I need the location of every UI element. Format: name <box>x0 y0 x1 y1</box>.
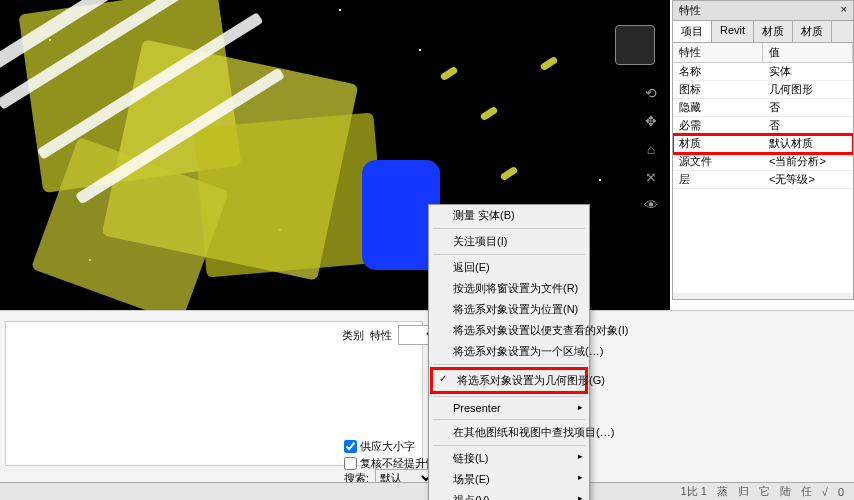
look-icon[interactable]: 👁 <box>640 194 662 216</box>
menu-separator <box>433 445 585 446</box>
special-label: 特性 <box>370 328 392 343</box>
menu-item[interactable]: 将选系对象设置为几何图形(G) <box>430 367 588 394</box>
nav-toolbar: ⟲ ✥ ⌂ ⤧ 👁 <box>640 82 662 216</box>
menu-item[interactable]: 将选系对象设置为位置(N) <box>429 299 589 320</box>
menu-separator <box>433 228 585 229</box>
property-row[interactable]: 名称实体 <box>673 63 853 81</box>
property-row[interactable]: 源文件<当前分析> <box>673 153 853 171</box>
status-item[interactable]: √ <box>822 486 828 498</box>
col-header: 值 <box>763 43 853 62</box>
close-icon[interactable]: × <box>841 3 847 18</box>
zoom-icon[interactable]: ⤧ <box>640 166 662 188</box>
col-header: 特性 <box>673 43 763 62</box>
status-item[interactable]: 0 <box>838 486 844 498</box>
home-icon[interactable]: ⌂ <box>640 138 662 160</box>
context-menu: 测量 实体(B)关注项目(I)返回(E)按选则将窗设置为文件(R)将选系对象设置… <box>428 204 590 500</box>
menu-separator <box>433 419 585 420</box>
properties-tabs: 项目Revit材质材质 <box>673 21 853 43</box>
status-item[interactable]: 归 <box>738 484 749 499</box>
menu-separator <box>433 396 585 397</box>
status-item[interactable]: 陆 <box>780 484 791 499</box>
tab[interactable]: 项目 <box>673 21 712 42</box>
status-item[interactable]: 它 <box>759 484 770 499</box>
menu-item[interactable]: 返回(E) <box>429 257 589 278</box>
menu-separator <box>433 254 585 255</box>
property-row[interactable]: 必需否 <box>673 117 853 135</box>
checkbox-1[interactable] <box>344 440 357 453</box>
properties-body: 名称实体图标几何图形隐藏否必需否材质默认材质源文件<当前分析>层<无等级> <box>673 63 853 293</box>
tab[interactable]: 材质 <box>754 21 793 42</box>
property-row[interactable]: 层<无等级> <box>673 171 853 189</box>
menu-item[interactable]: 场景(E) <box>429 469 589 490</box>
tab[interactable]: 材质 <box>793 21 832 42</box>
pan-icon[interactable]: ✥ <box>640 110 662 132</box>
menu-item[interactable]: 链接(L) <box>429 448 589 469</box>
property-row[interactable]: 材质默认材质 <box>673 135 853 153</box>
menu-item[interactable]: 在其他图纸和视图中查找项目(…) <box>429 422 589 443</box>
panel-title: 特性 <box>679 3 701 18</box>
status-item[interactable]: 1比 1 <box>681 484 707 499</box>
property-row[interactable]: 图标几何图形 <box>673 81 853 99</box>
menu-item[interactable]: 视点(V) <box>429 490 589 500</box>
properties-panel: 特性 × 项目Revit材质材质 特性 值 名称实体图标几何图形隐藏否必需否材质… <box>672 0 854 300</box>
geometry-pill <box>440 66 459 81</box>
status-item[interactable]: 蒸 <box>717 484 728 499</box>
geometry-pill <box>500 166 519 181</box>
status-bar: 1比 1蒸归它陆任√0 <box>0 482 854 500</box>
status-item[interactable]: 任 <box>801 484 812 499</box>
orbit-icon[interactable]: ⟲ <box>640 82 662 104</box>
menu-item[interactable]: Presenter <box>429 399 589 417</box>
geometry-pill <box>540 56 559 71</box>
menu-item[interactable]: 按选则将窗设置为文件(R) <box>429 278 589 299</box>
menu-separator <box>433 364 585 365</box>
menu-item[interactable]: 关注项目(I) <box>429 231 589 252</box>
menu-item[interactable]: 将选系对象设置以便支查看的对象(I) <box>429 320 589 341</box>
viewcube[interactable] <box>615 25 655 65</box>
category-label: 类别 <box>342 328 364 343</box>
tab[interactable]: Revit <box>712 21 754 42</box>
menu-item[interactable]: 将选系对象设置为一个区域(…) <box>429 341 589 362</box>
property-row[interactable]: 隐藏否 <box>673 99 853 117</box>
bottom-panel: 类别 特性 供应大小字 复核不经提升性果 搜索: 默认 <box>0 310 854 500</box>
menu-item[interactable]: 测量 实体(B) <box>429 205 589 226</box>
geometry-pill <box>480 106 499 121</box>
